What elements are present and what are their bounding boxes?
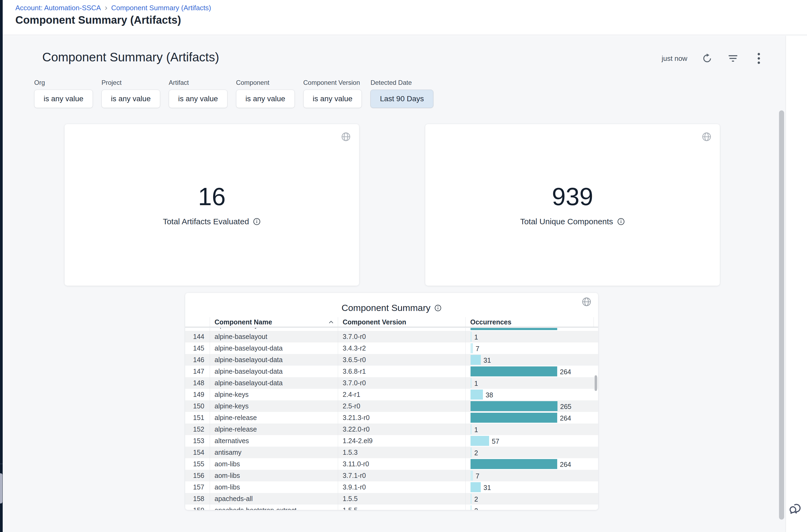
table-row[interactable]: 159 apacheds-bootstrap-extract 1.5.5 2 [185, 505, 598, 510]
occurrence-value: 264 [560, 368, 571, 377]
row-number-column-header [185, 317, 210, 327]
occurrences-cell: 2 [465, 505, 594, 510]
filter-label: Detected Date [370, 79, 433, 87]
table-row[interactable]: 144 alpine-baselayout 3.7.0-r0 1 [185, 331, 598, 342]
table-row[interactable]: 158 apacheds-all 1.5.5 2 [185, 493, 598, 505]
filter-group: Project is any value [101, 79, 160, 108]
occurrences-cell: 2 [465, 493, 594, 505]
component-name-cell: alpine-release [210, 412, 338, 423]
row-number: 159 [185, 505, 210, 510]
breadcrumb-page-link[interactable]: Component Summary (Artifacts) [111, 4, 211, 12]
component-version-cell: 3.6.8-r1 [338, 328, 465, 331]
row-number: 158 [185, 493, 210, 505]
column-header-occurrences[interactable]: Occurrences [465, 317, 594, 327]
kpi-card-unique-components: 939 Total Unique Components [425, 124, 720, 286]
component-version-cell: 1.24-2.el9 [338, 435, 465, 446]
component-version-cell: 3.6.8-r1 [338, 366, 465, 377]
component-name-cell: alpine-baselayout [210, 328, 338, 331]
occurrences-cell: 264 [465, 366, 594, 377]
chat-support-button[interactable] [788, 501, 803, 516]
occurrence-value: 57 [492, 437, 499, 446]
component-version-cell: 3.22.0-r0 [338, 423, 465, 435]
occurrence-bar [470, 448, 472, 457]
table-row[interactable]: 143 alpine-baselayout 3.6.8-r1 264 [185, 328, 598, 331]
table-row[interactable]: 153 alternatives 1.24-2.el9 57 [185, 435, 598, 446]
table-row[interactable]: 149 alpine-keys 2.4-r1 38 [185, 389, 598, 400]
page-scrollbar-thumb[interactable] [779, 110, 784, 519]
info-icon[interactable] [253, 217, 261, 226]
filter-group: Detected Date Last 90 Days [370, 79, 433, 108]
occurrences-cell: 264 [465, 458, 594, 470]
dashboard-filters-toggle-button[interactable] [727, 53, 739, 64]
table-row[interactable]: 157 aom-libs 3.9.1-r0 31 [185, 481, 598, 493]
component-version-cell: 2.5-r0 [338, 400, 465, 412]
dashboard-surface: Component Summary (Artifacts) just now [3, 36, 786, 532]
component-name-cell: apacheds-bootstrap-extract [210, 505, 338, 510]
occurrences-cell: 31 [465, 354, 594, 366]
occurrence-value: 31 [483, 357, 491, 366]
table-row[interactable]: 155 aom-libs 3.11.0-r0 264 [185, 458, 598, 470]
table-row[interactable]: 156 aom-libs 3.7.1-r0 7 [185, 470, 598, 481]
info-icon[interactable] [617, 217, 625, 226]
info-icon[interactable] [434, 304, 442, 312]
table-row[interactable]: 146 alpine-baselayout-data 3.6.5-r0 31 [185, 354, 598, 366]
sidebar-divider [0, 463, 3, 464]
collapsed-sidebar-strip[interactable] [0, 0, 3, 532]
filter-component-version-value-button[interactable]: is any value [303, 90, 362, 108]
column-header-label: Component Name [214, 318, 272, 326]
occurrences-cell: 31 [465, 481, 594, 493]
component-name-cell: alternatives [210, 435, 338, 446]
component-name-cell: alpine-baselayout-data [210, 377, 338, 389]
component-version-cell: 3.7.0-r0 [338, 331, 465, 342]
filter-project-value-button[interactable]: is any value [101, 90, 160, 108]
occurrence-bar [470, 471, 473, 480]
filters-row: Org is any value Project is any value Ar… [34, 79, 434, 108]
occurrence-value: 31 [483, 484, 491, 493]
occurrence-bar [470, 413, 557, 423]
occurrence-value: 264 [560, 461, 571, 470]
row-number: 150 [185, 400, 210, 412]
occurrence-bar [470, 328, 557, 330]
component-version-cell: 3.4.3-r2 [338, 342, 465, 354]
table-row[interactable]: 154 antisamy 1.5.3 2 [185, 446, 598, 458]
filter-org-value-button[interactable]: is any value [34, 90, 93, 108]
table-row[interactable]: 148 alpine-baselayout-data 3.7.0-r0 1 [185, 377, 598, 389]
occurrence-value: 1 [474, 333, 478, 342]
breadcrumb-account-link[interactable]: Account: Automation-SSCA [15, 4, 101, 12]
table-scrollbar-thumb[interactable] [595, 375, 597, 391]
table-row[interactable]: 147 alpine-baselayout-data 3.6.8-r1 264 [185, 366, 598, 377]
component-name-cell: alpine-release [210, 423, 338, 435]
total-artifacts-value: 16 [198, 184, 226, 209]
occurrences-cell: 38 [465, 389, 594, 400]
occurrence-value: 1 [474, 380, 478, 389]
row-number: 146 [185, 354, 210, 366]
filter-artifact-value-button[interactable]: is any value [169, 90, 228, 108]
occurrences-cell: 1 [465, 423, 594, 435]
occurrence-value: 265 [560, 403, 572, 412]
occurrence-value: 2 [474, 495, 478, 505]
row-number: 154 [185, 446, 210, 458]
occurrence-bar [470, 355, 481, 365]
occurrence-bar [470, 424, 472, 434]
dashboard-more-menu-button[interactable] [753, 53, 765, 64]
filter-detected-date-value-button[interactable]: Last 90 Days [370, 90, 433, 108]
occurrence-value: 7 [476, 345, 479, 354]
column-header-component-version[interactable]: Component Version [338, 317, 465, 327]
refresh-icon [702, 53, 712, 64]
refresh-button[interactable] [701, 53, 713, 64]
column-header-component-name[interactable]: Component Name [210, 317, 338, 327]
occurrences-cell: 1 [465, 377, 594, 389]
row-number: 152 [185, 423, 210, 435]
component-name-cell: alpine-baselayout-data [210, 354, 338, 366]
table-row[interactable]: 145 alpine-baselayout-data 3.4.3-r2 7 [185, 342, 598, 354]
filter-group: Component is any value [236, 79, 295, 108]
component-summary-panel: Component Summary Component Name [185, 293, 598, 510]
kpi-card-total-artifacts: 16 Total Artifacts Evaluated [64, 124, 359, 286]
occurrence-value: 264 [560, 328, 571, 331]
occurrence-bar [470, 436, 489, 446]
filter-component-value-button[interactable]: is any value [236, 90, 295, 108]
table-row[interactable]: 152 alpine-release 3.22.0-r0 1 [185, 423, 598, 435]
component-version-cell: 3.7.0-r0 [338, 377, 465, 389]
table-row[interactable]: 150 alpine-keys 2.5-r0 265 [185, 400, 598, 412]
table-row[interactable]: 151 alpine-release 3.21.3-r0 264 [185, 412, 598, 423]
